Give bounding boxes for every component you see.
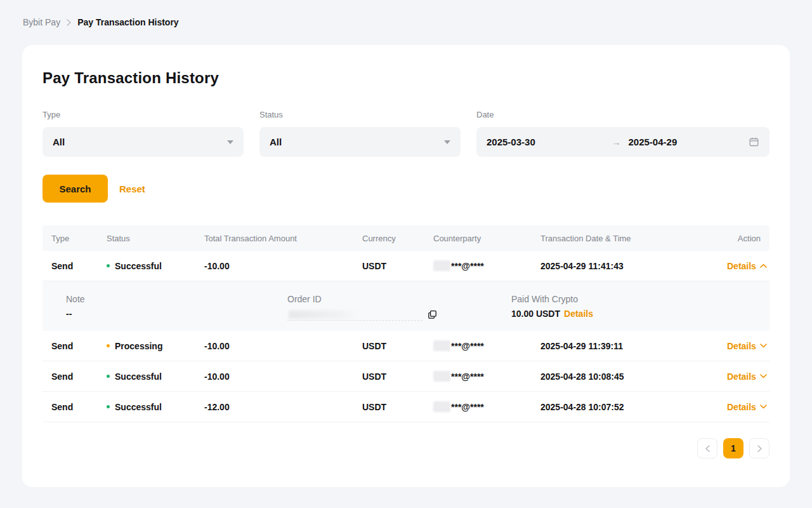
status-select-value: All bbox=[270, 137, 444, 147]
table-row: Send Successful -10.00 USDT ***@**** 202… bbox=[43, 251, 769, 281]
paid-with-crypto-label: Paid With Crypto bbox=[511, 294, 769, 304]
breadcrumb: Bybit Pay Pay Transaction History bbox=[0, 0, 812, 27]
note-value: -- bbox=[66, 309, 287, 319]
status-text: Successful bbox=[115, 371, 162, 382]
redacted-blur bbox=[433, 371, 450, 382]
counterparty-masked: ***@**** bbox=[451, 341, 484, 351]
chevron-left-icon bbox=[705, 445, 710, 452]
status-select[interactable]: All bbox=[259, 127, 461, 157]
counterparty-masked: ***@**** bbox=[451, 261, 484, 271]
status-text: Successful bbox=[115, 261, 162, 271]
transactions-table: Type Status Total Transaction Amount Cur… bbox=[43, 225, 769, 422]
cell-datetime: 2025-04-28 10:08:45 bbox=[540, 371, 727, 382]
status-dot-icon bbox=[107, 264, 110, 267]
cell-type: Send bbox=[51, 341, 107, 351]
date-range-picker[interactable]: 2025-03-30 → 2025-04-29 bbox=[476, 127, 769, 157]
details-button[interactable]: Details bbox=[727, 402, 767, 412]
pagination: 1 bbox=[43, 438, 769, 458]
cell-currency: USDT bbox=[362, 402, 433, 412]
type-filter-label: Type bbox=[43, 110, 244, 119]
cell-action: Details bbox=[727, 341, 767, 351]
details-button[interactable]: Details bbox=[727, 371, 767, 382]
details-label: Details bbox=[727, 402, 756, 412]
status-dot-icon bbox=[107, 405, 110, 408]
status-text: Processing bbox=[115, 341, 162, 351]
cell-counterparty: ***@**** bbox=[433, 340, 540, 351]
date-start-value[interactable]: 2025-03-30 bbox=[487, 137, 607, 147]
chevron-right-icon bbox=[67, 19, 71, 26]
cell-currency: USDT bbox=[362, 261, 433, 271]
chevron-right-icon bbox=[757, 445, 762, 452]
status-dot-icon bbox=[107, 375, 110, 378]
cell-status: Processing bbox=[107, 341, 204, 351]
cell-counterparty: ***@**** bbox=[433, 371, 540, 382]
status-dot-icon bbox=[107, 344, 110, 347]
type-select[interactable]: All bbox=[43, 127, 244, 157]
page-number-current[interactable]: 1 bbox=[723, 438, 743, 458]
cell-counterparty: ***@**** bbox=[433, 401, 540, 412]
status-text: Successful bbox=[115, 402, 162, 412]
table-header-row: Type Status Total Transaction Amount Cur… bbox=[43, 225, 769, 251]
table-row: Send Successful -12.00 USDT ***@**** 202… bbox=[43, 392, 769, 422]
calendar-icon[interactable] bbox=[749, 137, 759, 147]
counterparty-masked: ***@**** bbox=[451, 371, 484, 382]
detail-order-id: Order ID bbox=[287, 294, 511, 331]
redacted-blur bbox=[289, 311, 358, 319]
cell-action: Details bbox=[727, 261, 767, 271]
chevron-down-icon bbox=[760, 374, 767, 378]
cell-type: Send bbox=[51, 371, 107, 382]
cell-currency: USDT bbox=[362, 371, 433, 382]
redacted-blur bbox=[433, 340, 450, 351]
header-type: Type bbox=[51, 234, 107, 243]
details-label: Details bbox=[727, 371, 756, 382]
breadcrumb-current: Pay Transaction History bbox=[77, 17, 179, 27]
filter-actions: Search Reset bbox=[43, 175, 769, 203]
paid-details-link[interactable]: Details bbox=[564, 309, 593, 319]
details-label: Details bbox=[727, 341, 756, 351]
order-id-label: Order ID bbox=[287, 294, 511, 304]
expanded-detail-panel: Note -- Order ID Paid With Crypto bbox=[43, 281, 769, 331]
status-filter-label: Status bbox=[259, 110, 461, 119]
status-filter: Status All bbox=[259, 110, 461, 157]
header-datetime: Transaction Date & Time bbox=[540, 234, 727, 243]
cell-action: Details bbox=[727, 371, 767, 382]
header-currency: Currency bbox=[362, 234, 433, 243]
cell-amount: -10.00 bbox=[204, 371, 362, 382]
search-button[interactable]: Search bbox=[43, 175, 108, 203]
details-button[interactable]: Details bbox=[727, 341, 767, 351]
cell-amount: -10.00 bbox=[204, 341, 362, 351]
chevron-down-icon bbox=[760, 404, 767, 409]
date-filter-label: Date bbox=[476, 110, 769, 119]
cell-action: Details bbox=[727, 402, 767, 412]
caret-down-icon bbox=[227, 140, 233, 144]
cell-type: Send bbox=[51, 261, 107, 271]
pay-transaction-history-card: Pay Transaction History Type All Status … bbox=[22, 45, 790, 487]
chevron-down-icon bbox=[760, 344, 767, 348]
filters-row: Type All Status All Date 2025-03-30 → 20… bbox=[43, 110, 769, 157]
header-counterparty: Counterparty bbox=[433, 234, 540, 243]
header-amount: Total Transaction Amount bbox=[204, 234, 362, 243]
next-page-button[interactable] bbox=[749, 438, 769, 458]
paid-with-crypto-value: 10.00 USDT bbox=[511, 309, 560, 319]
cell-status: Successful bbox=[107, 402, 204, 412]
note-label: Note bbox=[66, 294, 287, 304]
detail-paid-with-crypto: Paid With Crypto 10.00 USDT Details bbox=[511, 294, 769, 331]
breadcrumb-bybit-pay[interactable]: Bybit Pay bbox=[23, 17, 60, 27]
copy-icon[interactable] bbox=[428, 310, 437, 319]
header-action: Action bbox=[727, 234, 761, 243]
header-status: Status bbox=[107, 234, 204, 243]
chevron-up-icon bbox=[760, 264, 767, 268]
details-button[interactable]: Details bbox=[727, 261, 767, 271]
cell-counterparty: ***@**** bbox=[433, 260, 540, 271]
redacted-blur bbox=[433, 401, 450, 412]
caret-down-icon bbox=[444, 140, 450, 144]
table-row: Send Processing -10.00 USDT ***@**** 202… bbox=[43, 331, 769, 361]
table-row: Send Successful -10.00 USDT ***@**** 202… bbox=[43, 361, 769, 392]
type-filter: Type All bbox=[43, 110, 244, 157]
cell-datetime: 2025-04-29 11:41:43 bbox=[540, 261, 727, 271]
cell-amount: -12.00 bbox=[204, 402, 362, 412]
prev-page-button[interactable] bbox=[697, 438, 717, 458]
date-end-value[interactable]: 2025-04-29 bbox=[626, 137, 749, 147]
cell-status: Successful bbox=[107, 261, 204, 271]
reset-button[interactable]: Reset bbox=[119, 184, 145, 194]
